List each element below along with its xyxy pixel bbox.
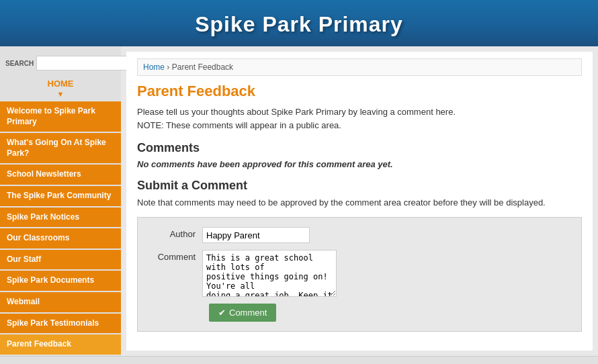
comment-form-container: Author Comment ✔ Comment <box>137 217 582 332</box>
search-label: SEARCH <box>5 60 34 67</box>
intro-line1: Please tell us your thoughts about Spike… <box>137 107 456 117</box>
author-input[interactable] <box>202 227 310 243</box>
sidebar: SEARCH › HOME ▼ Welcome to Spike Park Pr… <box>0 46 121 356</box>
home-nav-label: HOME <box>0 79 121 89</box>
site-title: Spike Park Primary <box>0 12 598 37</box>
breadcrumb-current: Parent Feedback <box>172 62 233 72</box>
search-bar: SEARCH › <box>0 52 121 75</box>
no-comments-text: No comments have been approved for this … <box>137 159 582 169</box>
submit-checkmark-icon: ✔ <box>218 308 226 318</box>
breadcrumb-home-link[interactable]: Home <box>143 62 165 72</box>
author-row: Author <box>148 227 570 243</box>
comments-heading: Comments <box>137 141 582 155</box>
comment-label: Comment <box>148 250 202 262</box>
breadcrumb: Home › Parent Feedback <box>137 58 582 76</box>
comment-textarea[interactable] <box>202 250 337 297</box>
comment-submit-button[interactable]: ✔ Comment <box>209 304 276 322</box>
sidebar-nav-item[interactable]: Welcome to Spike Park Primary <box>0 101 121 132</box>
nav-items-container: Welcome to Spike Park PrimaryWhat's Goin… <box>0 101 121 355</box>
home-nav-arrow: ▼ <box>57 90 65 98</box>
sidebar-nav-item[interactable]: Our Classrooms <box>0 228 121 248</box>
content-area: Home › Parent Feedback Parent Feedback P… <box>126 52 593 351</box>
home-nav[interactable]: HOME ▼ <box>0 75 121 100</box>
sidebar-nav-item[interactable]: What's Going On At Spike Park? <box>0 133 121 163</box>
sidebar-nav-item[interactable]: School Newsletters <box>0 165 121 185</box>
sidebar-nav-item[interactable]: Spike Park Documents <box>0 271 121 291</box>
submit-btn-row: ✔ Comment <box>148 304 570 322</box>
submit-btn-label: Comment <box>229 308 267 318</box>
sidebar-nav-item[interactable]: The Spike Park Community <box>0 186 121 206</box>
intro-line2: NOTE: These comments will appear in a pu… <box>137 120 341 130</box>
sidebar-nav-item[interactable]: Spike Park Testimonials <box>0 314 121 334</box>
author-label: Author <box>148 227 202 239</box>
site-header: Spike Park Primary <box>0 0 598 46</box>
page-title: Parent Feedback <box>137 83 582 100</box>
submit-heading: Submit a Comment <box>137 179 582 193</box>
sidebar-nav-item[interactable]: Our Staff <box>0 250 121 270</box>
intro-text: Please tell us your thoughts about Spike… <box>137 105 582 132</box>
sidebar-nav-item[interactable]: Webmail <box>0 292 121 312</box>
comment-row: Comment <box>148 250 570 297</box>
footer: Admin System | Log Out Powered by the Sp… <box>0 356 598 364</box>
breadcrumb-separator: › <box>167 62 169 72</box>
sidebar-nav-item[interactable]: Parent Feedback <box>0 334 121 355</box>
sidebar-nav-item[interactable]: Spike Park Notices <box>0 208 121 228</box>
submit-note: Note that comments may need to be approv… <box>137 197 582 209</box>
main-wrapper: SEARCH › HOME ▼ Welcome to Spike Park Pr… <box>0 46 598 356</box>
